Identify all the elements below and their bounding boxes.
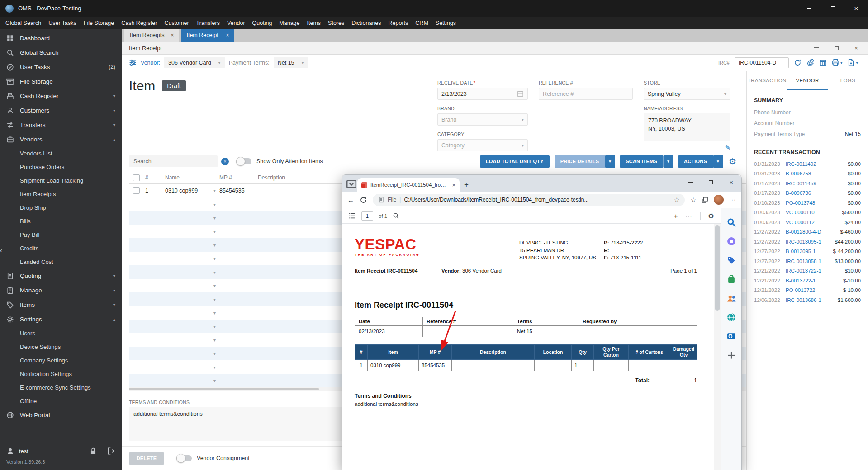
add-favorite-icon[interactable]: ☆ [674,196,680,203]
sidebar-subitem-item-receipts[interactable]: Item Receipts [0,187,122,201]
store-select[interactable]: Spring Valley▾ [644,88,730,100]
chevron-down-icon[interactable]: ▾ [213,310,216,315]
pdf-zoom-in-icon[interactable]: + [674,212,678,220]
grid-cell-name[interactable]: 0310 cop999▾ [165,188,219,194]
browser-tab-close-icon[interactable]: × [452,182,455,188]
sidebar-item-global-search[interactable]: Global Search [0,45,122,60]
grid-cell-name[interactable]: ▾ [165,270,219,275]
sidebar-item-quoting[interactable]: Quoting▾ [0,268,122,283]
pdf-page-input[interactable]: 1 [361,212,373,221]
menu-item-global-search[interactable]: Global Search [2,17,45,29]
address-bar[interactable]: File | C:/Users/User/Downloads/ItemRecei… [373,194,685,206]
sidebar-subitem-drop-ship[interactable]: Drop Ship [0,201,122,214]
delete-button[interactable]: DELETE [129,452,164,465]
menu-item-customer[interactable]: Customer [161,17,192,29]
inner-minimize-button[interactable] [806,47,826,48]
app-minimize-button[interactable] [797,0,821,17]
add-icon[interactable] [726,350,736,360]
menu-item-user-tasks[interactable]: User Tasks [45,17,80,29]
chevron-down-icon[interactable]: ▾ [213,270,216,275]
edit-address-icon[interactable]: ✎ [644,144,730,152]
tab-list-icon[interactable] [346,178,357,190]
sidebar-subitem-pay-bill[interactable]: Pay Bill [0,228,122,241]
menu-item-vendor[interactable]: Vendor [223,17,249,29]
sidebar-item-dashboard[interactable]: Dashboard [0,31,122,45]
browser-close-button[interactable]: × [721,175,741,190]
chevron-down-icon[interactable]: ▾ [213,351,216,356]
tab-logs[interactable]: LOGS [828,71,868,90]
irc-input[interactable] [735,57,789,68]
grid-cell-name[interactable]: ▾ [165,378,219,383]
transaction-link[interactable]: B-0096758 [786,171,811,176]
tab-close-icon[interactable]: × [171,32,174,38]
sidebar-item-items[interactable]: Items▾ [0,297,122,312]
grid-view-icon[interactable] [819,59,827,66]
brand-select[interactable]: Brand▾ [437,113,528,126]
transaction-link[interactable]: IRC-0011492 [786,161,816,167]
new-tab-button[interactable]: + [464,181,469,188]
payment-terms-select[interactable]: Net 15▾ [274,57,308,68]
sidebar-subitem-purchase-orders[interactable]: Purchase Orders [0,160,122,174]
select-all-checkbox[interactable] [133,174,140,181]
sidebar-collapse-handle[interactable]: ‹ [0,244,5,256]
chevron-down-icon[interactable]: ▾ [213,338,216,343]
menu-item-manage[interactable]: Manage [275,17,303,29]
menu-item-crm[interactable]: CRM [412,17,432,29]
menu-item-stores[interactable]: Stores [324,17,348,29]
menu-item-settings[interactable]: Settings [432,17,460,29]
transaction-link[interactable]: IRC-0013095-1 [786,239,821,244]
sidebar-subitem-bills[interactable]: Bills [0,214,122,228]
transaction-link[interactable]: VC-0000110 [786,210,815,215]
browser-tab[interactable]: ItemReceipt_IRC-0011504_from_... × [357,178,460,192]
inner-close-button[interactable]: × [846,45,866,52]
menu-item-dictionaries[interactable]: Dictionaries [348,17,384,29]
clear-search-icon[interactable]: × [221,158,229,165]
grid-cell-name[interactable]: ▾ [165,229,219,234]
grid-cell-name[interactable]: ▾ [165,283,219,288]
scan-items-dropdown[interactable]: ▾ [663,155,673,168]
grid-cell-name[interactable]: ▾ [165,216,219,221]
sidebar-subitem-notification-settings[interactable]: Notification Settings [0,367,122,381]
print-icon[interactable] [832,59,840,66]
vendor-consignment-toggle[interactable] [176,455,192,461]
browser-menu-icon[interactable]: ··· [729,197,736,203]
grid-cell-name[interactable]: ▾ [165,256,219,261]
chevron-down-icon[interactable]: ▾ [213,216,216,221]
sidebar-item-web-portal[interactable]: Web Portal [0,408,122,422]
tab-item-receipt[interactable]: Item Receipt× [181,29,234,42]
bing-search-icon[interactable] [726,217,736,227]
price-details-dropdown[interactable]: ▾ [605,155,615,168]
menu-item-reports[interactable]: Reports [385,17,412,29]
transaction-link[interactable]: PO-0013722 [786,287,815,293]
browser-refresh-icon[interactable] [360,196,367,204]
tab-close-icon[interactable]: × [226,32,229,38]
app-maximize-button[interactable] [821,0,844,17]
grid-cell-name[interactable]: ▾ [165,243,219,248]
copilot-icon[interactable] [726,236,736,246]
sidebar-item-manage[interactable]: Manage▾ [0,283,122,297]
transaction-link[interactable]: IRC-0013058-1 [786,258,821,264]
vendor-select[interactable]: 306 Vendor Card▾ [164,57,225,68]
transaction-link[interactable]: VC-0000112 [786,220,815,225]
sidebar-item-user-tasks[interactable]: User Tasks(2) [0,60,122,74]
chevron-down-icon[interactable]: ▾ [213,202,216,207]
sidebar-subitem-landed-cost[interactable]: Landed Cost [0,255,122,268]
chevron-down-icon[interactable]: ▾ [213,365,216,370]
grid-cell-name[interactable]: ▾ [165,297,219,302]
browser-back-icon[interactable]: ← [347,196,354,204]
receive-date-input[interactable]: 2/13/2023 [437,88,528,100]
menu-item-quoting[interactable]: Quoting [249,17,276,29]
actions-dropdown[interactable]: ▾ [713,155,723,168]
chevron-down-icon[interactable]: ▾ [213,188,216,193]
menu-item-cash-register[interactable]: Cash Register [118,17,161,29]
shopping-bag-icon[interactable] [726,274,736,284]
logout-icon[interactable] [107,447,115,455]
sidebar-item-customers[interactable]: Customers▾ [0,103,122,118]
browser-profile-avatar[interactable] [714,195,724,205]
reference-input[interactable]: Reference # [539,88,633,100]
pdf-search-icon[interactable] [393,212,399,219]
menu-item-file-storage[interactable]: File Storage [80,17,118,29]
grid-settings-icon[interactable]: ⚙ [729,156,736,167]
chevron-down-icon[interactable]: ▾ [213,297,216,302]
category-select[interactable]: Category▾ [437,139,528,151]
